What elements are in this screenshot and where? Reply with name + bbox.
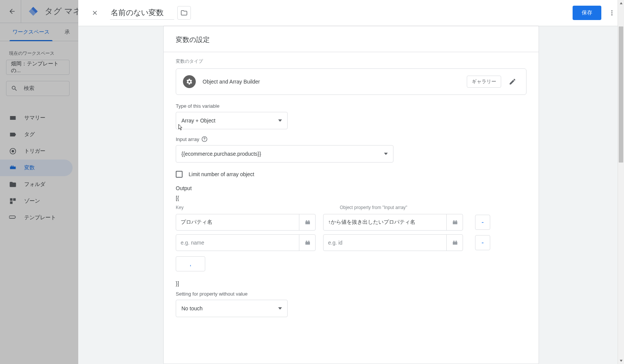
key-input-1[interactable] <box>176 214 316 231</box>
folder-icon <box>181 9 187 16</box>
nav-tags[interactable]: タグ <box>0 126 73 143</box>
input-array-label: Input array <box>176 136 526 142</box>
insert-variable-button[interactable] <box>299 234 316 251</box>
gallery-button[interactable]: ギャラリー <box>467 76 501 88</box>
svg-rect-7 <box>13 198 16 201</box>
zone-icon <box>9 197 17 205</box>
lego-icon <box>304 219 311 226</box>
insert-variable-button[interactable] <box>299 214 316 231</box>
pencil-icon <box>509 78 516 85</box>
svg-point-2 <box>12 150 14 153</box>
svg-rect-18 <box>455 220 457 221</box>
setting-value: No touch <box>181 305 203 311</box>
variable-config-card: 変数の設定 変数のタイプ Object and Array Builder ギャ… <box>163 26 539 364</box>
prop-input-1[interactable] <box>323 214 463 231</box>
prop-input-2[interactable] <box>323 234 463 251</box>
scroll-up-button[interactable] <box>618 0 624 6</box>
save-button[interactable]: 保存 <box>573 6 601 20</box>
svg-rect-22 <box>453 242 457 245</box>
nav-zones[interactable]: ゾーン <box>0 193 73 209</box>
workspace-selector[interactable]: 畑岡：テンプレートの... <box>6 60 70 75</box>
svg-rect-23 <box>453 241 454 242</box>
modal-header: 保存 <box>78 0 624 26</box>
edit-type-button[interactable] <box>506 75 519 88</box>
kv-row: - <box>176 234 526 251</box>
tab-versions[interactable]: 承 <box>62 23 73 41</box>
more-button[interactable] <box>604 5 619 20</box>
search-icon <box>11 85 18 92</box>
trigger-icon <box>9 147 17 155</box>
variable-name-input[interactable] <box>110 6 174 20</box>
caret-down-icon <box>384 152 388 156</box>
svg-point-12 <box>204 140 204 141</box>
output-label: Output <box>176 185 526 191</box>
gtm-logo-icon <box>28 6 39 17</box>
svg-rect-4 <box>11 166 12 167</box>
folder-button[interactable] <box>177 6 191 20</box>
nav-variables[interactable]: 変数 <box>0 160 73 176</box>
svg-rect-5 <box>12 166 14 167</box>
search-placeholder: 検索 <box>24 85 34 92</box>
svg-rect-3 <box>10 167 16 169</box>
vertical-scrollbar[interactable] <box>618 0 624 364</box>
svg-rect-14 <box>306 220 307 221</box>
limit-checkbox-row[interactable]: Limit number of array object <box>176 171 526 178</box>
svg-rect-0 <box>10 116 16 120</box>
variable-editor-modal: 保存 変数の設定 変数のタイプ Object and Array Builder… <box>78 0 624 364</box>
variable-type-name: Object and Array Builder <box>203 79 260 85</box>
lego-icon <box>452 219 458 226</box>
svg-rect-6 <box>10 198 13 201</box>
remove-row-button[interactable]: - <box>475 235 490 250</box>
key-column-label: Key <box>176 205 340 210</box>
nav-folders[interactable]: フォルダ <box>0 176 73 193</box>
key-input-2[interactable] <box>176 234 316 251</box>
nav-triggers[interactable]: トリガー <box>0 143 73 160</box>
checkbox-icon <box>176 171 183 178</box>
gear-badge <box>183 75 196 88</box>
insert-variable-button[interactable] <box>446 214 463 231</box>
more-vert-icon <box>609 9 615 16</box>
help-icon[interactable] <box>201 136 207 142</box>
caret-down-icon <box>278 307 282 310</box>
card-title: 変数の設定 <box>164 26 539 52</box>
svg-point-9 <box>612 10 613 11</box>
type-select[interactable]: Array + Object <box>176 112 288 129</box>
insert-variable-button[interactable] <box>446 234 463 251</box>
gear-icon <box>186 78 193 85</box>
kv-row: - <box>176 214 526 231</box>
remove-row-button[interactable]: - <box>475 215 490 230</box>
nav-summary[interactable]: サマリー <box>0 110 73 126</box>
template-icon <box>9 214 17 221</box>
limit-label: Limit number of array object <box>189 171 254 177</box>
svg-rect-8 <box>10 201 13 204</box>
input-array-value: {{ecommerce.purchase.products}} <box>181 151 261 157</box>
close-button[interactable] <box>87 5 102 20</box>
svg-rect-24 <box>455 241 457 242</box>
add-row-button[interactable]: , <box>176 256 205 271</box>
open-brace: [{ <box>176 195 526 201</box>
dashboard-icon <box>9 114 17 122</box>
tab-workspace[interactable]: ワークスペース <box>9 23 53 41</box>
nav-list: サマリー タグ トリガー 変数 フォルダ ゾーン <box>0 107 76 226</box>
scroll-thumb[interactable] <box>619 26 623 163</box>
nav-templates[interactable]: テンプレート <box>0 209 73 226</box>
svg-rect-17 <box>453 220 454 221</box>
prop-column-label: Object property from "Input array" <box>340 205 407 210</box>
scroll-down-button[interactable] <box>618 358 624 364</box>
type-value: Array + Object <box>181 118 215 124</box>
modal-body: 変数の設定 変数のタイプ Object and Array Builder ギャ… <box>78 26 624 364</box>
variable-type-label: 変数のタイプ <box>176 58 526 65</box>
variable-icon <box>9 164 17 172</box>
setting-label: Setting for property without value <box>176 291 526 297</box>
gtm-sidebar: 現在のワークスペース 畑岡：テンプレートの... 検索 サマリー タグ トリガー <box>0 41 76 226</box>
kv-header: Key Object property from "Input array" <box>176 205 526 210</box>
input-array-select[interactable]: {{ecommerce.purchase.products}} <box>176 145 393 163</box>
variable-type-selector[interactable]: Object and Array Builder ギャラリー <box>176 68 526 95</box>
tag-icon <box>9 131 17 138</box>
search-box[interactable]: 検索 <box>6 81 70 96</box>
back-button[interactable] <box>3 0 21 23</box>
close-icon <box>91 9 98 16</box>
setting-select[interactable]: No touch <box>176 300 288 317</box>
svg-rect-20 <box>306 241 307 242</box>
svg-rect-16 <box>453 221 457 225</box>
